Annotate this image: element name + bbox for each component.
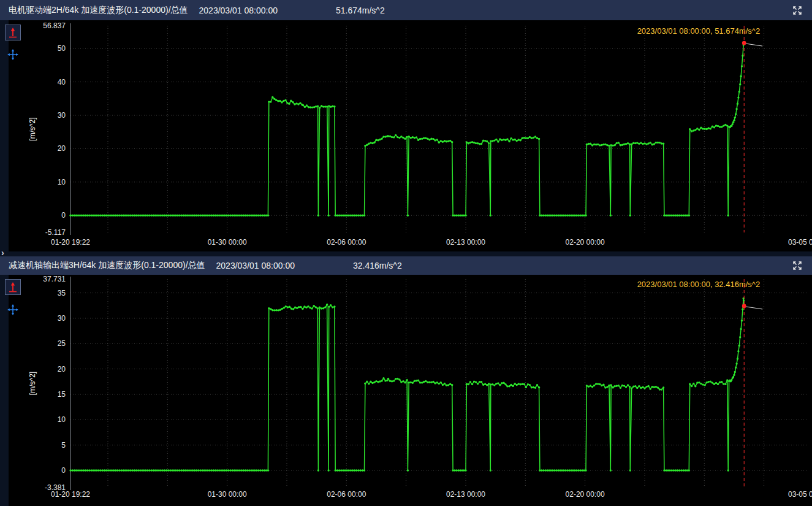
series-point [612,386,613,388]
x-tick-label: 01-20 19:22 [51,238,90,247]
red-up-arrow-icon [7,26,19,39]
series-point [663,469,665,471]
reset-scale-button[interactable] [5,25,21,40]
series-point [602,144,604,145]
series-point [643,142,645,144]
series-point [324,306,326,308]
x-tick-label: 02-06 00:00 [327,238,366,247]
series-point [400,136,402,137]
series-point [715,382,717,384]
y-tick-label: 20 [58,365,66,374]
series-point [684,215,686,217]
series-point [737,350,739,352]
series-point [632,142,634,144]
series-point [700,126,702,128]
series-point [340,469,342,471]
series-point [307,305,309,307]
series-point [162,469,164,471]
series-point [432,138,434,140]
series-point [379,380,381,382]
series-point [389,380,391,382]
series-point [675,215,677,217]
series-point [721,126,723,128]
series-point [243,215,245,217]
series-point [154,215,156,217]
series-point [209,469,211,471]
series-point [98,215,100,217]
series-point [688,469,690,471]
series-point [434,382,436,384]
series-point [552,469,553,471]
series-point [296,307,298,309]
waveform-chart-1[interactable]: 0102030405056.837-5.117[m/s^2]01-20 19:2… [0,20,812,251]
series-point [577,469,579,471]
series-point [442,141,444,143]
series-point [377,139,379,141]
series-point [563,215,564,217]
series-point [662,143,664,145]
series-point [640,387,642,389]
series-point [393,380,395,381]
series-point [533,386,534,388]
series-point [548,215,550,217]
series-point [327,215,329,217]
fullscreen-button[interactable] [791,4,803,17]
series-point [259,215,261,217]
series-point [94,469,96,471]
series-point [740,75,742,77]
series-point [446,140,447,142]
series-point [604,386,606,388]
series-point [688,215,690,217]
series-point [647,385,649,387]
move-cross-icon [7,49,18,60]
series-point [279,309,281,311]
series-point [601,385,602,386]
series-point [680,469,682,471]
waveform-chart-2[interactable]: 0510152025303537.731-3.381[m/s^2]01-20 1… [0,275,812,506]
series-point [618,385,620,386]
series-point [645,386,647,388]
series-point [100,469,102,471]
series-point [171,469,173,471]
collapse-panel-chevron[interactable]: › [1,248,4,258]
series-point [484,140,486,142]
series-point [197,469,199,471]
x-tick-label: 02-20 00:00 [566,490,605,499]
series-point [245,215,246,217]
series-point [158,215,160,217]
series-point [542,469,544,471]
series-point [94,215,96,217]
series-point [415,136,417,138]
series-point [423,137,425,139]
series-point [525,386,527,388]
series-point [465,215,466,217]
series-point [259,469,261,471]
series-point [257,469,259,471]
series-point [708,381,710,383]
series-point [734,371,736,373]
series-point [207,215,209,217]
series-point [237,469,239,471]
series-point [738,345,740,347]
series-point [546,469,548,471]
pan-tool-button[interactable] [7,49,18,60]
reset-scale-button[interactable] [5,279,21,295]
series-point [340,215,342,217]
series-point [83,215,85,217]
marker-dot [742,304,746,309]
series-point [682,469,684,471]
pan-tool-button[interactable] [7,304,18,315]
series-point [645,143,647,145]
series-point [231,469,233,471]
series-point [463,469,465,471]
series-point [653,386,655,388]
series-point [655,142,657,144]
series-point [661,142,662,144]
series-point [335,215,336,217]
series-point [167,215,169,217]
series-point [135,215,137,217]
series-point [164,215,165,217]
series-point [568,215,570,217]
series-point [132,215,134,217]
fullscreen-button[interactable] [791,259,803,272]
